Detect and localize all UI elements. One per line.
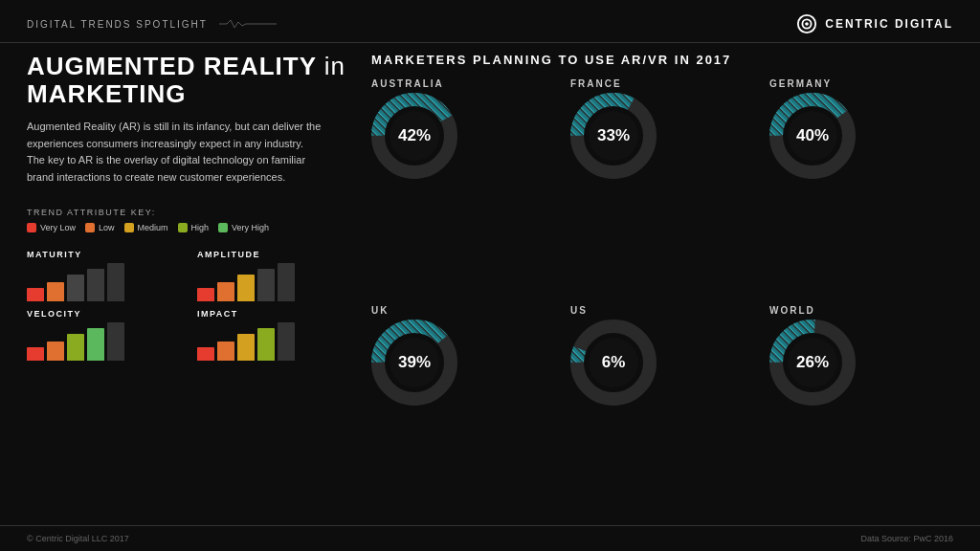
donut-wrapper-france: 33%	[570, 93, 657, 179]
description-text: Augmented Reality (AR) is still in its i…	[27, 119, 323, 186]
donut-item-uk: UK39%	[371, 305, 555, 522]
bar	[217, 342, 234, 361]
bar	[47, 342, 64, 361]
chart-impact-bars	[197, 322, 352, 361]
left-panel: AUGMENTED REALITY in MARKETING Augmented…	[27, 53, 352, 521]
donut-label-australia: 42%	[398, 126, 431, 145]
donut-label-world: 26%	[796, 353, 829, 372]
bar	[197, 288, 214, 301]
donut-country-australia: AUSTRALIA	[371, 78, 444, 89]
chart-velocity: VELOCITY	[27, 309, 182, 361]
trend-key-items: Very Low Low Medium High	[27, 223, 352, 232]
header: DIGITAL TRENDS SPOTLIGHT CENTRIC DIGITAL	[0, 0, 980, 43]
chart-maturity-label: MATURITY	[27, 250, 182, 259]
chart-amplitude-bars	[197, 263, 352, 301]
trend-key-section: TREND ATTRIBUTE KEY: Very Low Low Medium	[27, 208, 352, 232]
chart-impact-label: IMPACT	[197, 309, 352, 319]
chart-impact: IMPACT	[197, 309, 352, 361]
page: DIGITAL TRENDS SPOTLIGHT CENTRIC DIGITAL…	[0, 0, 980, 551]
bar	[237, 275, 255, 301]
key-item-verylow: Very Low	[27, 223, 76, 232]
title-part1: AUGMENTED REALITY	[27, 52, 317, 80]
bar	[87, 269, 104, 301]
header-subtitle: DIGITAL TRENDS SPOTLIGHT	[27, 19, 208, 30]
key-dot-high	[178, 223, 188, 232]
bar	[278, 263, 295, 301]
bar	[257, 328, 275, 361]
title-middle: in	[324, 52, 345, 80]
donut-country-world: WORLD	[769, 305, 815, 316]
svg-point-2	[805, 22, 809, 26]
brand: CENTRIC DIGITAL	[796, 13, 953, 34]
bar	[47, 282, 64, 301]
chart-maturity: MATURITY	[27, 250, 182, 301]
brand-logo-icon	[796, 13, 817, 34]
main-content: AUGMENTED REALITY in MARKETING Augmented…	[0, 43, 980, 521]
bar	[107, 263, 124, 301]
title-part2: MARKETING	[27, 79, 186, 108]
bar	[197, 347, 214, 361]
donut-grid: AUSTRALIA42%FRANCE33%GERMANY40%UK39%US6%…	[371, 78, 953, 521]
key-item-high: High	[178, 223, 210, 232]
key-label-verylow: Very Low	[40, 223, 76, 232]
footer-left: © Centric Digital LLC 2017	[27, 534, 129, 543]
donut-country-uk: UK	[371, 305, 389, 316]
donut-wrapper-australia: 42%	[371, 93, 457, 179]
chart-amplitude: AMPLITUDE	[197, 250, 352, 301]
header-left: DIGITAL TRENDS SPOTLIGHT	[27, 19, 277, 30]
key-item-veryhigh: Very High	[218, 223, 269, 232]
page-title: AUGMENTED REALITY in MARKETING	[27, 53, 352, 107]
trend-key-label: TREND ATTRIBUTE KEY:	[27, 208, 352, 217]
chart-maturity-bars	[27, 263, 182, 301]
right-section-title: MARKETERS PLANNING TO USE AR/VR IN 2017	[371, 53, 953, 67]
donut-item-us: US6%	[570, 305, 754, 522]
bar	[237, 334, 255, 361]
footer: © Centric Digital LLC 2017 Data Source: …	[0, 525, 980, 551]
bar	[27, 288, 44, 301]
donut-label-us: 6%	[602, 353, 626, 372]
donut-country-germany: GERMANY	[769, 78, 832, 89]
key-dot-medium	[124, 223, 134, 232]
donut-item-world: WORLD26%	[769, 305, 953, 522]
bar	[107, 322, 124, 361]
donut-wrapper-world: 26%	[769, 320, 856, 406]
donut-country-us: US	[570, 305, 588, 316]
footer-right: Data Source: PwC 2016	[860, 534, 953, 543]
donut-item-germany: GERMANY40%	[769, 78, 953, 296]
bar	[257, 269, 275, 301]
bar	[278, 322, 295, 361]
donut-item-france: FRANCE33%	[570, 78, 754, 296]
key-label-high: High	[191, 223, 210, 232]
donut-wrapper-us: 6%	[570, 320, 657, 406]
donut-label-france: 33%	[597, 126, 630, 145]
key-dot-verylow	[27, 223, 36, 232]
donut-wrapper-uk: 39%	[371, 320, 457, 406]
bar	[67, 275, 84, 301]
chart-velocity-label: VELOCITY	[27, 309, 182, 319]
chart-velocity-bars	[27, 322, 182, 361]
chart-amplitude-label: AMPLITUDE	[197, 250, 352, 259]
brand-name: CENTRIC DIGITAL	[825, 17, 953, 31]
key-dot-veryhigh	[218, 223, 228, 232]
donut-country-france: FRANCE	[570, 78, 622, 89]
key-item-low: Low	[85, 223, 115, 232]
key-label-low: Low	[99, 223, 115, 232]
key-item-medium: Medium	[124, 223, 168, 232]
bar	[87, 328, 104, 361]
donut-label-germany: 40%	[796, 126, 829, 145]
right-panel: MARKETERS PLANNING TO USE AR/VR IN 2017 …	[371, 53, 953, 521]
bar	[27, 347, 44, 361]
key-label-medium: Medium	[138, 223, 168, 232]
donut-label-uk: 39%	[398, 353, 431, 372]
header-wave-icon	[219, 19, 277, 29]
bar	[217, 282, 234, 301]
donut-wrapper-germany: 40%	[769, 93, 856, 179]
key-label-veryhigh: Very High	[232, 223, 269, 232]
charts-grid: MATURITY AMPLITUDE	[27, 250, 352, 361]
key-dot-low	[85, 223, 95, 232]
donut-item-australia: AUSTRALIA42%	[371, 78, 555, 296]
bar	[67, 334, 84, 361]
